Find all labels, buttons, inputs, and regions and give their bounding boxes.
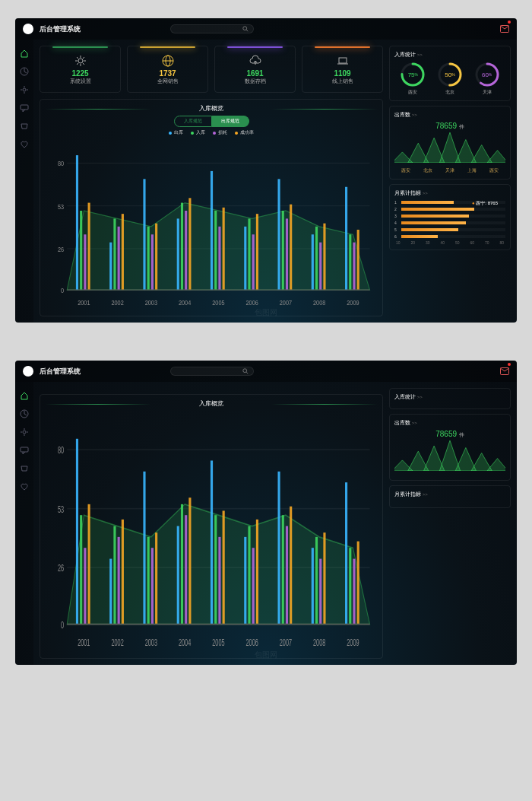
xtick: 80 [499, 240, 504, 245]
svg-point-84 [23, 431, 26, 434]
xtick: 60 [470, 240, 474, 245]
notification-dot [508, 21, 511, 24]
kpi-value: 1691 [246, 69, 263, 78]
monthly-title: 月累计指标 [394, 491, 505, 498]
svg-text:2003: 2003 [145, 637, 158, 647]
hbar-chart: ● 西宁: 8765 123456 [394, 200, 505, 239]
search-input[interactable] [170, 367, 254, 376]
in-stats-panel: 入库统计 [389, 388, 511, 409]
mail-icon[interactable] [500, 364, 509, 378]
rings-row: 75% 西安 50% 北京 60% 天津 [394, 62, 505, 96]
kpi-card-laptop[interactable]: 1109 线上销售 [302, 46, 383, 93]
sidebar-item-settings[interactable] [20, 85, 29, 94]
svg-rect-96 [80, 515, 82, 624]
svg-rect-62 [349, 234, 351, 290]
svg-rect-63 [353, 243, 355, 290]
svg-marker-147 [487, 459, 505, 471]
mountain-chart [394, 131, 505, 163]
svg-rect-42 [214, 211, 217, 290]
svg-point-4 [23, 88, 26, 91]
svg-rect-137 [353, 559, 355, 625]
monthly-panel: 月累计指标 ● 西宁: 8765 123456 1020304050607080 [389, 184, 511, 250]
svg-rect-136 [349, 548, 351, 624]
svg-rect-21 [76, 155, 78, 290]
svg-rect-97 [84, 548, 86, 624]
mail-icon[interactable] [500, 22, 509, 36]
kpi-label: 系统设置 [70, 78, 91, 85]
svg-rect-34 [155, 224, 157, 290]
svg-rect-105 [143, 472, 145, 625]
bar-chart: 0265380200120022003200420052006200720082… [45, 415, 378, 653]
sidebar-item-favorite[interactable] [20, 482, 29, 491]
svg-rect-108 [155, 532, 157, 624]
svg-text:2002: 2002 [111, 300, 124, 307]
sidebar-item-favorite[interactable] [20, 140, 29, 149]
svg-rect-115 [211, 460, 213, 624]
svg-text:53: 53 [58, 203, 65, 211]
tab-0[interactable]: 入库规范 [174, 116, 212, 127]
svg-rect-120 [244, 537, 246, 625]
svg-point-80 [243, 369, 247, 373]
sidebar-item-analytics[interactable] [20, 67, 29, 76]
svg-text:2001: 2001 [78, 637, 90, 647]
chart-legend: 出库入库损耗成功率 [45, 129, 378, 136]
kpi-value: 1225 [71, 69, 88, 78]
svg-text:2009: 2009 [347, 300, 359, 307]
svg-text:2005: 2005 [212, 300, 225, 307]
legend-item: 入库 [191, 129, 205, 136]
svg-rect-64 [357, 230, 359, 290]
svg-rect-110 [177, 526, 179, 625]
sidebar-item-settings[interactable] [20, 428, 29, 437]
svg-rect-118 [223, 510, 225, 624]
mountain-labels: 西安北京天津上海西安 [394, 167, 505, 174]
svg-rect-128 [290, 507, 292, 625]
kpi-card-gear[interactable]: 1225 系统设置 [40, 46, 121, 93]
sidebar-item-cart[interactable] [20, 122, 29, 131]
kpi-card-globe[interactable]: 1737 全网销售 [127, 46, 208, 93]
topbar: 后台管理系统 [15, 18, 517, 40]
sidebar-item-chat[interactable] [20, 103, 29, 113]
hbar-row: 5 [394, 227, 505, 232]
svg-rect-127 [286, 526, 288, 625]
xtick: 50 [455, 240, 460, 245]
svg-rect-49 [256, 214, 258, 290]
out-stats-panel: 出库数 78659 件 [389, 414, 511, 481]
tab-1[interactable]: 出库规范 [212, 116, 249, 127]
search-input[interactable] [170, 24, 254, 33]
svg-rect-23 [84, 234, 86, 290]
svg-text:53: 53 [58, 504, 64, 514]
ring-北京: 50% 北京 [437, 62, 463, 96]
svg-text:0: 0 [61, 287, 64, 294]
sidebar-item-analytics[interactable] [20, 409, 29, 418]
xtick: 40 [440, 240, 445, 245]
chart-tabs: 入库规范出库规范 [45, 116, 378, 127]
svg-rect-112 [185, 515, 187, 624]
svg-rect-85 [21, 447, 28, 452]
sidebar-item-cart[interactable] [20, 464, 29, 473]
svg-text:2008: 2008 [313, 300, 326, 307]
in-stats-title: 入库统计 [394, 393, 505, 401]
svg-rect-111 [181, 504, 183, 625]
sidebar [15, 40, 33, 323]
sidebar [15, 382, 33, 665]
svg-rect-33 [151, 234, 154, 290]
notification-dot [508, 363, 511, 366]
ring-西安: 75% 西安 [400, 62, 426, 96]
svg-line-81 [246, 372, 248, 373]
svg-rect-56 [312, 234, 314, 290]
svg-rect-138 [357, 542, 359, 625]
legend-item: 出库 [169, 129, 183, 136]
city-label: 北京 [423, 167, 432, 174]
sidebar-item-home[interactable] [20, 391, 29, 400]
svg-rect-61 [345, 187, 347, 290]
svg-rect-130 [312, 548, 314, 624]
kpi-row: 1225 系统设置 1737 全网销售 1691 数据存档 1109 线上销售 [40, 46, 383, 93]
svg-rect-125 [277, 472, 280, 625]
hbar-xaxis: 1020304050607080 [394, 240, 505, 245]
kpi-card-cloud[interactable]: 1691 数据存档 [214, 46, 296, 93]
svg-text:80: 80 [58, 445, 64, 455]
svg-rect-126 [282, 515, 284, 624]
sidebar-item-chat[interactable] [20, 446, 29, 455]
hbar-annotation: ● 西宁: 8765 [472, 200, 498, 207]
sidebar-item-home[interactable] [20, 49, 29, 58]
